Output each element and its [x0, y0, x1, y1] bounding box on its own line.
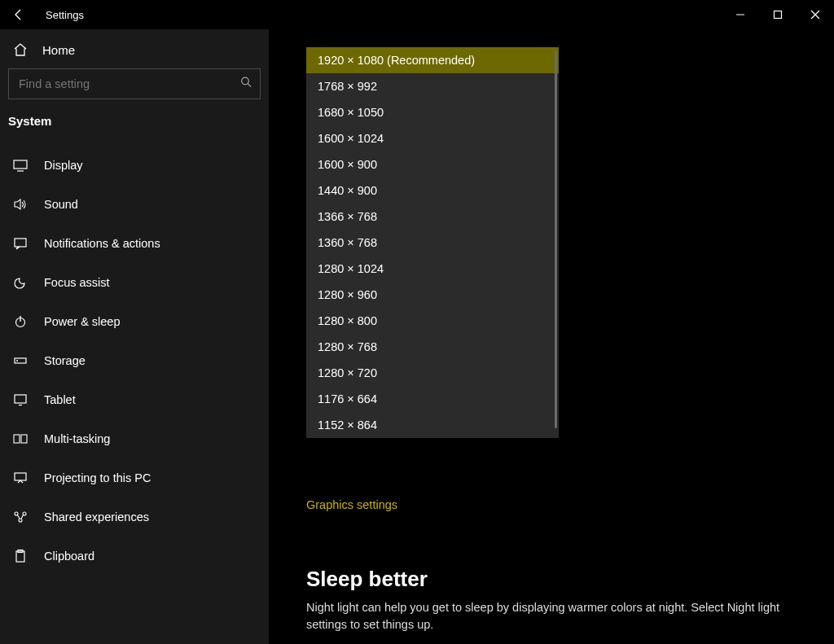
- power-icon: [13, 314, 28, 329]
- resolution-option[interactable]: 1600 × 900: [306, 151, 559, 177]
- svg-point-4: [242, 77, 249, 85]
- sidebar-item-tablet[interactable]: Tablet: [0, 380, 269, 419]
- sidebar: Home System Display Sound Notifications …: [0, 29, 269, 644]
- sidebar-item-label: Projecting to this PC: [44, 471, 151, 484]
- clipboard-icon: [13, 549, 28, 563]
- search-input[interactable]: [8, 68, 261, 99]
- resolution-option[interactable]: 1280 × 800: [306, 308, 559, 334]
- resolution-option[interactable]: 1280 × 1024: [306, 256, 559, 282]
- sidebar-item-sound[interactable]: Sound: [0, 185, 269, 224]
- resolution-option[interactable]: 1920 × 1080 (Recommended): [306, 47, 559, 73]
- sidebar-item-focus-assist[interactable]: Focus assist: [0, 263, 269, 302]
- resolution-option[interactable]: 1768 × 992: [306, 73, 559, 99]
- window-controls: [722, 0, 834, 29]
- sidebar-item-label: Display: [44, 159, 83, 172]
- display-icon: [13, 158, 28, 173]
- sidebar-item-multitasking[interactable]: Multi-tasking: [0, 419, 269, 458]
- sleep-better-heading: Sleep better: [306, 567, 428, 592]
- svg-rect-8: [15, 239, 26, 247]
- sidebar-home[interactable]: Home: [0, 34, 269, 68]
- tablet-icon: [13, 392, 28, 407]
- maximize-button[interactable]: [759, 2, 797, 28]
- sidebar-item-power-sleep[interactable]: Power & sleep: [0, 302, 269, 341]
- window-title: Settings: [46, 9, 84, 21]
- graphics-settings-link[interactable]: Graphics settings: [306, 498, 397, 511]
- resolution-option[interactable]: 1152 × 864: [306, 412, 559, 438]
- sidebar-item-label: Shared experiences: [44, 510, 149, 524]
- svg-point-18: [15, 512, 18, 515]
- close-button[interactable]: [797, 2, 834, 28]
- resolution-option[interactable]: 1440 × 900: [306, 177, 559, 204]
- svg-point-12: [16, 360, 18, 361]
- search-icon: [240, 77, 252, 92]
- sidebar-category: System: [0, 114, 269, 146]
- svg-rect-17: [15, 473, 26, 480]
- svg-rect-16: [21, 435, 27, 443]
- sidebar-item-shared-experiences[interactable]: Shared experiences: [0, 497, 269, 537]
- resolution-option[interactable]: 1280 × 720: [306, 360, 559, 386]
- svg-line-5: [248, 84, 251, 87]
- sleep-better-body: Night light can help you get to sleep by…: [306, 599, 811, 633]
- sidebar-item-storage[interactable]: Storage: [0, 341, 269, 380]
- sidebar-item-label: Notifications & actions: [44, 237, 160, 250]
- resolution-option[interactable]: 1176 × 664: [306, 386, 559, 412]
- resolution-option[interactable]: 1680 × 1050: [306, 99, 559, 125]
- sidebar-item-label: Focus assist: [44, 276, 110, 289]
- home-label: Home: [42, 43, 75, 57]
- dropdown-scrollbar[interactable]: [555, 50, 557, 428]
- resolution-option[interactable]: 1360 × 768: [306, 230, 559, 256]
- svg-point-19: [23, 512, 26, 515]
- focus-assist-icon: [13, 275, 28, 290]
- sidebar-item-label: Storage: [44, 354, 86, 367]
- back-icon[interactable]: [11, 7, 26, 22]
- shared-icon: [13, 510, 28, 524]
- sidebar-item-display[interactable]: Display: [0, 146, 269, 185]
- resolution-option[interactable]: 1280 × 960: [306, 282, 559, 308]
- notifications-icon: [13, 236, 28, 251]
- home-icon: [13, 42, 28, 57]
- sidebar-item-notifications[interactable]: Notifications & actions: [0, 224, 269, 263]
- svg-rect-6: [14, 160, 27, 169]
- minimize-button[interactable]: [722, 2, 759, 28]
- multitasking-icon: [13, 432, 28, 446]
- sidebar-item-projecting[interactable]: Projecting to this PC: [0, 458, 269, 497]
- title-bar: Settings: [0, 0, 834, 29]
- resolution-option[interactable]: 1366 × 768: [306, 204, 559, 230]
- sound-icon: [13, 197, 28, 212]
- svg-rect-1: [775, 11, 782, 19]
- storage-icon: [13, 353, 28, 368]
- sidebar-item-label: Tablet: [44, 393, 76, 406]
- resolution-option[interactable]: 1280 × 768: [306, 334, 559, 360]
- resolution-dropdown[interactable]: 1920 × 1080 (Recommended) 1768 × 992 168…: [306, 47, 559, 438]
- sidebar-item-label: Power & sleep: [44, 315, 121, 328]
- sidebar-item-clipboard[interactable]: Clipboard: [0, 537, 269, 576]
- sidebar-item-label: Clipboard: [44, 550, 94, 563]
- svg-rect-15: [14, 435, 20, 443]
- sidebar-item-label: Sound: [44, 198, 78, 211]
- svg-point-20: [19, 519, 22, 522]
- projecting-icon: [13, 471, 28, 485]
- resolution-option[interactable]: 1600 × 1024: [306, 125, 559, 151]
- svg-rect-13: [15, 395, 26, 403]
- sidebar-item-label: Multi-tasking: [44, 432, 110, 445]
